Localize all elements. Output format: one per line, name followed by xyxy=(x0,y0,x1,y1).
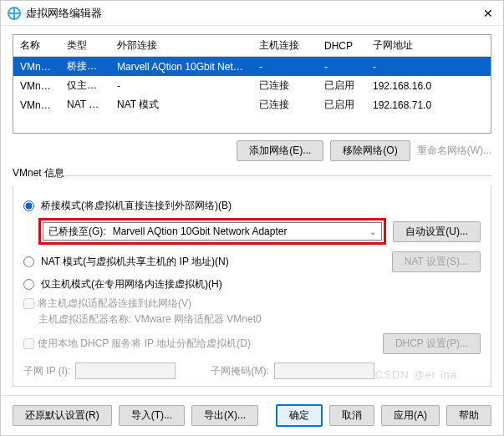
dhcp-settings-button: DHCP 设置(P)... xyxy=(383,333,481,354)
help-button[interactable]: 帮助 xyxy=(446,405,491,426)
rename-network-link: 重命名网络(W)... xyxy=(417,144,491,158)
table-row[interactable]: VMnet0 桥接模式 Marvell AQtion 10Gbit Netw..… xyxy=(13,57,491,77)
add-network-button[interactable]: 添加网络(E)... xyxy=(237,140,323,161)
check-host-adapter-label: 将主机虚拟适配器连接到此网络(V) xyxy=(38,297,191,311)
col-host[interactable]: 主机连接 xyxy=(252,35,318,57)
nat-settings-button: NAT 设置(S)... xyxy=(392,251,481,272)
host-adapter-name: 主机虚拟适配器名称: VMware 网络适配器 VMnet0 xyxy=(38,312,481,327)
table-row[interactable]: VMnet1 仅主机... - 已连接 已启用 192.168.16.0 xyxy=(13,76,491,95)
export-button[interactable]: 导出(X)... xyxy=(191,405,258,426)
check-host-adapter xyxy=(23,298,34,309)
import-button[interactable]: 导入(T)... xyxy=(119,405,185,426)
chevron-down-icon: ⌄ xyxy=(364,227,381,236)
col-type[interactable]: 类型 xyxy=(60,35,110,57)
col-subnet[interactable]: 子网地址 xyxy=(366,35,491,57)
close-button[interactable]: ✕ xyxy=(480,5,496,22)
col-external[interactable]: 外部连接 xyxy=(110,35,252,57)
radio-hostonly-label: 仅主机模式(在专用网络内连接虚拟机)(H) xyxy=(41,277,222,292)
bridged-adapter-value: Marvell AQtion 10Gbit Network Adapter xyxy=(111,226,365,237)
radio-nat-label: NAT 模式(与虚拟机共享主机的 IP 地址)(N) xyxy=(41,255,229,269)
apply-button[interactable]: 应用(A) xyxy=(381,405,440,426)
globe-icon xyxy=(8,7,21,20)
subnet-mask-field xyxy=(274,362,374,379)
window-title: 虚拟网络编辑器 xyxy=(26,6,480,21)
radio-hostonly[interactable] xyxy=(23,279,34,290)
network-table[interactable]: 名称 类型 外部连接 主机连接 DHCP 子网地址 VMnet0 桥接模式 Ma… xyxy=(13,34,491,134)
remove-network-button[interactable]: 移除网络(O) xyxy=(330,140,410,161)
col-dhcp[interactable]: DHCP xyxy=(318,35,366,57)
ok-button[interactable]: 确定 xyxy=(276,404,323,427)
col-name[interactable]: 名称 xyxy=(13,35,60,57)
subnet-ip-label: 子网 IP (I): xyxy=(23,364,70,378)
restore-defaults-button[interactable]: 还原默认设置(R) xyxy=(13,405,112,426)
check-dhcp-label: 使用本地 DHCP 服务将 IP 地址分配给虚拟机(D) xyxy=(38,337,251,351)
bridged-to-label: 已桥接至(G): xyxy=(43,225,111,239)
vmnet-info-label: VMnet 信息 xyxy=(13,166,64,180)
radio-nat[interactable] xyxy=(23,256,34,267)
auto-settings-button[interactable]: 自动设置(U)... xyxy=(393,221,481,242)
check-dhcp xyxy=(23,338,34,349)
radio-bridged[interactable] xyxy=(23,200,34,211)
cancel-button[interactable]: 取消 xyxy=(329,405,374,426)
bridged-adapter-select[interactable]: 已桥接至(G): Marvell AQtion 10Gbit Network A… xyxy=(43,222,382,241)
subnet-mask-label: 子网掩码(M): xyxy=(211,364,268,378)
subnet-ip-field xyxy=(75,362,176,379)
table-row[interactable]: VMnet8 NAT 模式 NAT 模式 已连接 已启用 192.168.71.… xyxy=(13,95,491,114)
radio-bridged-label: 桥接模式(将虚拟机直接连接到外部网络)(B) xyxy=(41,199,232,213)
